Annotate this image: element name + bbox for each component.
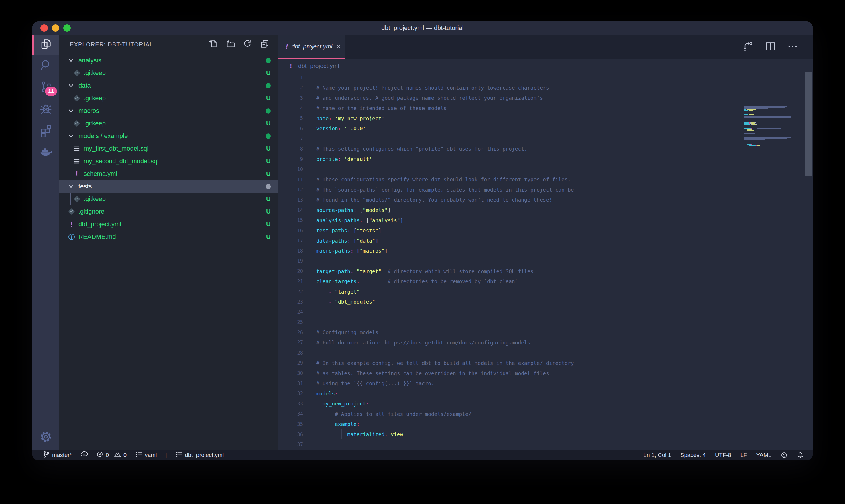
code-line[interactable]: 10	[278, 164, 813, 174]
code-line[interactable]: 30# as tables. These settings can be ove…	[278, 368, 813, 378]
new-folder-icon[interactable]	[226, 39, 235, 50]
code-line[interactable]: 35 example:	[278, 419, 813, 429]
tree-file--gitkeep[interactable]: .gitkeepU	[59, 92, 278, 105]
tree-file-my-first-dbt-model-sql[interactable]: my_first_dbt_model.sqlU	[59, 142, 278, 155]
minimize-window-button[interactable]	[52, 24, 59, 32]
code-line[interactable]: 16test-paths: ["tests"]	[278, 226, 813, 236]
code-line[interactable]: 6version: '1.0.0'	[278, 123, 813, 134]
task-status-yaml[interactable]: yaml	[135, 451, 157, 459]
activity-explorer[interactable]	[32, 35, 59, 55]
code-line[interactable]: 37	[278, 439, 813, 450]
encoding[interactable]: UTF-8	[715, 452, 731, 458]
code-line[interactable]: 24	[278, 307, 813, 317]
tree-item-label: analysis	[78, 57, 101, 64]
git-branch-status[interactable]: master*	[43, 451, 72, 459]
activity-docker[interactable]	[32, 142, 59, 163]
tree-item-label: my_first_dbt_model.sql	[84, 145, 148, 152]
code-line[interactable]: 15analysis-paths: ["analysis"]	[278, 215, 813, 226]
code-line-text: target-path: "target" # directory which …	[303, 268, 534, 274]
code-editor[interactable]: 12# Name your project! Project names sho…	[278, 72, 813, 450]
code-line[interactable]: 34 # Applies to all files under models/e…	[278, 409, 813, 419]
tree-file-my-second-dbt-model-sql[interactable]: my_second_dbt_model.sqlU	[59, 155, 278, 167]
code-line[interactable]: 14source-paths: ["models"]	[278, 205, 813, 215]
code-line[interactable]: 7	[278, 134, 813, 144]
git-changes-dot-badge	[266, 58, 271, 63]
settings-button[interactable]	[32, 425, 59, 450]
tree-file-schema-yml[interactable]: !schema.ymlU	[59, 167, 278, 180]
open-changes-icon[interactable]	[742, 41, 754, 53]
breadcrumb[interactable]: ! dbt_project.yml	[278, 59, 813, 72]
tree-folder-models-example[interactable]: models / example	[59, 130, 278, 142]
feedback-smiley-icon[interactable]	[780, 452, 788, 459]
activity-search[interactable]	[32, 55, 59, 76]
close-window-button[interactable]	[40, 24, 48, 32]
notifications-bell-icon[interactable]	[797, 452, 804, 459]
code-line[interactable]: 20target-path: "target" # directory whic…	[278, 266, 813, 276]
task-status-file[interactable]: dbt_project.yml	[176, 451, 224, 459]
indentation[interactable]: Spaces: 4	[680, 452, 706, 458]
code-line[interactable]: 11# These configurations specify where d…	[278, 174, 813, 185]
activity-extensions[interactable]	[32, 120, 59, 142]
tree-file--gitkeep[interactable]: .gitkeepU	[59, 117, 278, 130]
code-line[interactable]: 21clean-targets: # directories to be rem…	[278, 276, 813, 287]
code-line[interactable]: 26# Configuring models	[278, 327, 813, 338]
tree-folder-macros[interactable]: macros	[59, 105, 278, 117]
git-untracked-badge: U	[266, 69, 271, 77]
code-line[interactable]: 32models:	[278, 388, 813, 399]
code-line[interactable]: 12# The `source-paths` config, for examp…	[278, 185, 813, 195]
tab-dbt-project-yml[interactable]: ! dbt_project.yml ×	[278, 35, 345, 59]
new-file-icon[interactable]	[208, 39, 218, 50]
minimap-line	[742, 124, 798, 125]
breadcrumb-item[interactable]: dbt_project.yml	[298, 62, 339, 69]
tree-folder-tests[interactable]: tests	[59, 180, 278, 193]
sync-status[interactable]	[80, 451, 88, 459]
activity-debug[interactable]	[32, 98, 59, 120]
more-actions-icon[interactable]	[787, 41, 798, 53]
activity-bar: 11	[32, 35, 59, 450]
code-line[interactable]: 8# This setting configures which "profil…	[278, 144, 813, 154]
minimap-line	[742, 127, 798, 127]
eol-sequence[interactable]: LF	[740, 452, 747, 458]
code-line[interactable]: 22 - "target"	[278, 286, 813, 297]
refresh-icon[interactable]	[242, 39, 252, 50]
code-line[interactable]: 25	[278, 317, 813, 327]
close-tab-icon[interactable]: ×	[337, 43, 341, 50]
tree-file--gitkeep[interactable]: .gitkeepU	[59, 193, 278, 205]
code-line[interactable]: 18macro-paths: ["macros"]	[278, 246, 813, 256]
collapse-all-icon[interactable]	[260, 39, 270, 50]
activity-source-control[interactable]: 11	[32, 76, 59, 98]
code-line[interactable]: 1	[278, 72, 813, 83]
code-line[interactable]: 9profile: 'default'	[278, 154, 813, 164]
code-line[interactable]: 17data-paths: ["data"]	[278, 236, 813, 246]
code-line[interactable]: 3# and underscores. A good package name …	[278, 93, 813, 103]
minimap-line	[742, 142, 798, 143]
tree-file--gitignore[interactable]: .gitignoreU	[59, 205, 278, 218]
code-line[interactable]: 23 - "dbt_modules"	[278, 297, 813, 307]
cursor-position[interactable]: Ln 1, Col 1	[643, 452, 671, 458]
code-line[interactable]: 29# In this example config, we tell dbt …	[278, 358, 813, 368]
code-line[interactable]: 28	[278, 348, 813, 358]
code-line[interactable]: 13# found in the "models/" directory. Yo…	[278, 195, 813, 205]
code-line[interactable]: 4# name or the intended use of these mod…	[278, 103, 813, 113]
line-number: 29	[278, 360, 303, 366]
explorer-sidebar: EXPLORER: DBT-TUTORIAL	[59, 35, 278, 450]
code-line[interactable]: 33 my_new_project:	[278, 399, 813, 409]
code-line[interactable]: 27# Full documentation: https://docs.get…	[278, 337, 813, 348]
code-line[interactable]: 31# using the `{{ config(...) }}` macro.	[278, 378, 813, 389]
code-line[interactable]: 36 materialized: view	[278, 429, 813, 439]
code-line[interactable]: 2# Name your project! Project names shou…	[278, 83, 813, 93]
tree-file-dbt-project-yml[interactable]: !dbt_project.ymlU	[59, 218, 278, 231]
tree-folder-data[interactable]: data	[59, 79, 278, 92]
problems-status[interactable]: 0 0	[96, 451, 127, 459]
language-mode[interactable]: YAML	[756, 452, 771, 458]
zoom-window-button[interactable]	[63, 24, 71, 32]
tree-file-readme-md[interactable]: README.mdU	[59, 231, 278, 243]
tree-file--gitkeep[interactable]: .gitkeepU	[59, 67, 278, 79]
code-line[interactable]: 5name: 'my_new_project'	[278, 113, 813, 123]
code-line[interactable]: 19	[278, 256, 813, 266]
split-editor-icon[interactable]	[765, 41, 776, 53]
gear-icon	[39, 430, 52, 445]
minimap[interactable]	[742, 105, 798, 196]
editor-scrollbar[interactable]	[805, 72, 812, 176]
tree-folder-analysis[interactable]: analysis	[59, 54, 278, 67]
